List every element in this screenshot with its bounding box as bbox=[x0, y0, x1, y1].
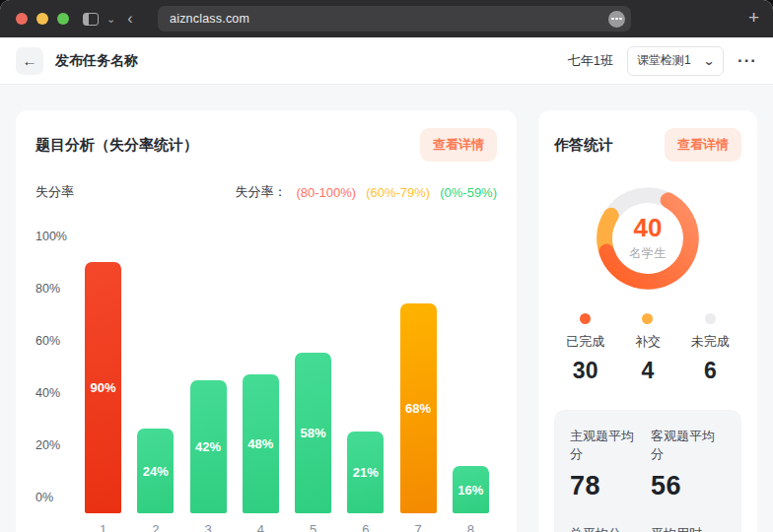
more-menu-button[interactable]: ··· bbox=[738, 52, 757, 69]
bar-slot-5: 58% bbox=[287, 236, 339, 513]
x-tick-1: 1 bbox=[77, 522, 129, 532]
legend-label-1: 补交 bbox=[635, 333, 661, 351]
bar-value-label-4: 48% bbox=[247, 436, 273, 451]
bar-value-label-2: 24% bbox=[143, 464, 169, 479]
bar-value-label-1: 90% bbox=[91, 380, 116, 395]
url-bar[interactable]: aiznclass.com bbox=[158, 6, 631, 32]
answer-stats-card: 作答统计 查看详情 bbox=[538, 110, 757, 532]
bars-area: 90%24%42%48%58%21%68%16% bbox=[77, 236, 497, 513]
back-arrow-icon: ← bbox=[23, 52, 37, 69]
y-tick-3: 40% bbox=[35, 387, 71, 399]
stat-label-0: 主观题平均分 bbox=[570, 428, 645, 463]
zoom-window-button[interactable] bbox=[57, 13, 69, 25]
browser-window: ⌄ ‹ aiznclass.com + ← 发布任务名称 七年1班 课堂检测1 … bbox=[0, 0, 773, 532]
bar-2[interactable]: 24% bbox=[137, 429, 174, 513]
answer-card-header: 作答统计 查看详情 bbox=[554, 128, 741, 162]
donut-chart: 40 名学生 bbox=[593, 183, 703, 294]
y-tick-2: 60% bbox=[35, 335, 71, 347]
bar-slot-6: 21% bbox=[339, 236, 391, 513]
bar-4[interactable]: 48% bbox=[243, 374, 279, 513]
page-title: 发布任务名称 bbox=[55, 52, 138, 70]
bar-8[interactable]: 16% bbox=[453, 466, 489, 513]
x-tick-3: 3 bbox=[182, 522, 235, 532]
new-tab-button[interactable]: + bbox=[748, 7, 759, 29]
donut-center: 40 名学生 bbox=[593, 183, 703, 294]
stat-label-3: 平均用时 bbox=[651, 525, 726, 532]
chart-legend-row: 失分率 失分率： (80-100%)(60%-79%)(0%-59%) bbox=[35, 183, 497, 201]
traffic-lights bbox=[0, 13, 69, 25]
bar-6[interactable]: 21% bbox=[347, 432, 384, 513]
x-tick-6: 6 bbox=[339, 522, 391, 532]
browser-nav-icons: ⌄ ‹ bbox=[83, 11, 133, 27]
donut-legend-item-0: 已完成30 bbox=[554, 313, 616, 384]
url-text: aiznclass.com bbox=[170, 12, 608, 26]
answer-card-title: 作答统计 bbox=[554, 136, 613, 155]
bar-slot-8: 16% bbox=[445, 236, 497, 513]
bar-5[interactable]: 58% bbox=[295, 353, 331, 513]
y-tick-4: 20% bbox=[35, 439, 71, 451]
donut-legend-item-2: 未完成6 bbox=[679, 313, 741, 384]
task-select-value: 课堂检测1 bbox=[637, 52, 691, 69]
minimize-window-button[interactable] bbox=[36, 13, 48, 25]
donut-wrap: 40 名学生 bbox=[554, 183, 741, 294]
x-tick-8: 8 bbox=[445, 522, 497, 532]
select-chevron-icon: ⌄ bbox=[702, 54, 715, 68]
close-window-button[interactable] bbox=[16, 13, 28, 25]
stat-label-2: 总平均分 bbox=[570, 525, 645, 532]
y-tick-1: 80% bbox=[35, 283, 71, 295]
back-button[interactable]: ← bbox=[16, 47, 43, 75]
page-options-icon[interactable] bbox=[608, 11, 625, 28]
answer-details-button[interactable]: 查看详情 bbox=[665, 128, 741, 162]
bar-value-label-6: 21% bbox=[353, 465, 379, 480]
stat-value-1: 56 bbox=[651, 471, 726, 501]
question-card-header: 题目分析（失分率统计） 查看详情 bbox=[35, 128, 497, 162]
legend-item-1: (60%-79%) bbox=[366, 185, 430, 200]
bar-value-label-5: 58% bbox=[301, 426, 326, 440]
y-tick-0: 100% bbox=[35, 231, 71, 242]
y-axis-title: 失分率 bbox=[35, 183, 74, 201]
legend-value-2: 6 bbox=[704, 358, 717, 384]
legend-item-0: (80-100%) bbox=[296, 185, 356, 200]
browser-titlebar: ⌄ ‹ aiznclass.com + bbox=[0, 0, 773, 37]
legend-dot-1 bbox=[642, 313, 653, 324]
x-tick-2: 2 bbox=[129, 522, 181, 532]
y-tick-5: 0% bbox=[35, 492, 71, 503]
stat-item-2: 总平均分72 bbox=[570, 525, 645, 532]
legend-item-2: (0%-59%) bbox=[440, 185, 497, 200]
stats-box: 主观题平均分78客观题平均分56总平均分72平均用时3’45” bbox=[554, 410, 741, 532]
bar-value-label-7: 68% bbox=[405, 401, 431, 416]
bar-value-label-8: 16% bbox=[457, 483, 483, 498]
bar-3[interactable]: 42% bbox=[190, 380, 227, 513]
x-tick-5: 5 bbox=[287, 522, 339, 532]
bar-1[interactable]: 90% bbox=[85, 262, 121, 513]
task-select[interactable]: 课堂检测1 ⌄ bbox=[627, 46, 724, 76]
y-axis-labels: 100%80%60%40%20%0% bbox=[35, 231, 71, 503]
legend-label-2: 未完成 bbox=[691, 333, 730, 351]
legend-value-1: 4 bbox=[642, 358, 655, 384]
donut-legend: 已完成30补交4未完成6 bbox=[554, 313, 741, 384]
stat-label-1: 客观题平均分 bbox=[651, 428, 726, 463]
stat-item-3: 平均用时3’45” bbox=[651, 525, 726, 532]
browser-back-icon[interactable]: ‹ bbox=[127, 11, 132, 27]
page-content: 题目分析（失分率统计） 查看详情 失分率 失分率： (80-100%)(60%-… bbox=[0, 85, 773, 532]
question-analysis-card: 题目分析（失分率统计） 查看详情 失分率 失分率： (80-100%)(60%-… bbox=[16, 110, 517, 532]
legend-dot-0 bbox=[580, 313, 591, 324]
donut-legend-item-1: 补交4 bbox=[616, 313, 678, 384]
chevron-down-icon[interactable]: ⌄ bbox=[106, 14, 115, 25]
sidebar-toggle-icon[interactable] bbox=[83, 13, 99, 26]
legend-dot-2 bbox=[705, 313, 716, 324]
question-details-button[interactable]: 查看详情 bbox=[420, 128, 497, 162]
bar-value-label-3: 42% bbox=[195, 439, 221, 454]
bar-slot-1: 90% bbox=[77, 236, 129, 513]
stat-item-0: 主观题平均分78 bbox=[570, 428, 645, 501]
app-header: ← 发布任务名称 七年1班 课堂检测1 ⌄ ··· bbox=[0, 37, 773, 85]
bar-chart: 100%80%60%40%20%0% 90%24%42%48%58%21%68%… bbox=[35, 236, 497, 513]
stat-value-0: 78 bbox=[570, 471, 645, 501]
x-tick-7: 7 bbox=[392, 522, 445, 532]
legend-value-0: 30 bbox=[573, 358, 598, 384]
student-total-label: 名学生 bbox=[629, 245, 667, 262]
bar-7[interactable]: 68% bbox=[400, 303, 437, 513]
bar-slot-2: 24% bbox=[129, 236, 181, 513]
question-card-title: 题目分析（失分率统计） bbox=[35, 136, 198, 155]
bar-slot-7: 68% bbox=[392, 236, 445, 513]
